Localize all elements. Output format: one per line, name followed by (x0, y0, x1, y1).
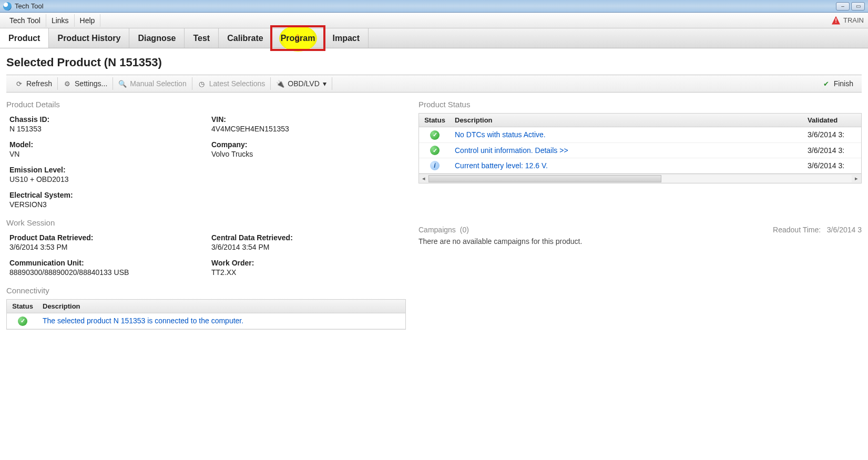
status-info-icon: i (430, 161, 440, 170)
emission-label: Emission Level: (9, 166, 201, 174)
finish-button[interactable]: ✔ Finish (817, 77, 859, 90)
readout-time-value: 3/6/2014 3 (827, 226, 862, 234)
work-order-value: TT2.XX (211, 268, 403, 277)
chassis-id-value: N 151353 (9, 125, 201, 133)
maximize-button[interactable]: ▭ (851, 2, 865, 11)
status-row-link[interactable]: No DTCs with status Active. (455, 130, 546, 139)
status-ok-icon: ✓ (18, 316, 27, 326)
vin-value: 4V4MC9EH4EN151353 (211, 125, 403, 133)
comm-unit-label: Communication Unit: (9, 259, 201, 267)
campaigns-message: There are no available campaigns for thi… (418, 237, 862, 246)
readout-time-label: Readout Time: (773, 226, 821, 234)
status-ok-icon: ✓ (430, 130, 440, 140)
menu-bar: Tech Tool Links Help TRAIN (0, 13, 868, 28)
gear-icon: ⚙ (63, 79, 72, 88)
tab-product[interactable]: Product (0, 28, 49, 48)
status-header-validated: Validated (803, 114, 861, 127)
tab-impact[interactable]: Impact (324, 28, 369, 48)
connectivity-description-link[interactable]: The selected product N 151353 is connect… (43, 316, 243, 325)
latest-selections-button[interactable]: ◷ Latest Selections (192, 77, 271, 90)
tab-calibrate[interactable]: Calibrate (219, 28, 272, 48)
alert-icon (832, 16, 840, 25)
settings-label: Settings... (75, 79, 107, 88)
status-row: ✓ No DTCs with status Active. 3/6/2014 3… (419, 127, 861, 143)
status-ok-icon: ✓ (430, 146, 440, 155)
main-tabbar: Product Product History Diagnose Test Ca… (0, 28, 868, 48)
menu-techtool[interactable]: Tech Tool (4, 14, 46, 27)
manual-selection-label: Manual Selection (130, 79, 186, 88)
clock-icon: ◷ (198, 79, 206, 88)
campaigns-count: (0) (460, 226, 469, 234)
scroll-thumb[interactable] (428, 175, 661, 182)
work-session-heading: Work Session (6, 218, 406, 227)
connectivity-header-status: Status (7, 300, 38, 313)
refresh-icon: ⟳ (15, 79, 23, 88)
toolbar: ⟳ Refresh ⚙ Settings... 🔍 Manual Selecti… (6, 75, 862, 93)
connectivity-table: Status Description ✓ The selected produc… (6, 299, 406, 330)
connectivity-heading: Connectivity (6, 286, 406, 295)
status-header-status: Status (419, 114, 451, 127)
menu-links[interactable]: Links (46, 14, 75, 27)
menu-help[interactable]: Help (75, 14, 101, 27)
electrical-label: Electrical System: (9, 191, 201, 199)
window-title: Tech Tool (15, 2, 44, 10)
check-icon: ✔ (822, 79, 831, 88)
scroll-track[interactable] (428, 175, 852, 182)
company-value: Volvo Trucks (211, 150, 403, 158)
scroll-left-icon[interactable]: ◂ (419, 175, 428, 182)
product-status-heading: Product Status (418, 100, 862, 109)
tab-diagnose[interactable]: Diagnose (129, 28, 185, 48)
status-row: ✓ Control unit information. Details >> 3… (419, 143, 861, 159)
central-data-retrieved-label: Central Data Retrieved: (211, 233, 403, 242)
refresh-button[interactable]: ⟳ Refresh (9, 77, 58, 90)
status-row-validated: 3/6/2014 3: (803, 144, 861, 157)
model-value: VN (9, 150, 201, 158)
campaigns-label: Campaigns (418, 226, 456, 234)
tab-program[interactable]: Program ✋ (272, 28, 324, 48)
status-row: i Current battery level: 12.6 V. 3/6/201… (419, 158, 861, 173)
settings-button[interactable]: ⚙ Settings... (58, 77, 113, 90)
obd-dropdown[interactable]: 🔌 OBD/LVD ▾ (271, 77, 332, 90)
vin-label: VIN: (211, 115, 403, 124)
finish-label: Finish (834, 79, 853, 88)
status-row-link[interactable]: Control unit information. Details >> (455, 146, 568, 155)
status-row-link[interactable]: Current battery level: 12.6 V. (455, 161, 548, 170)
user-status-text: TRAIN (843, 16, 864, 24)
connectivity-row: ✓ The selected product N 151353 is conne… (7, 313, 405, 329)
minimize-button[interactable]: – (836, 2, 850, 11)
product-details-heading: Product Details (6, 100, 406, 109)
product-data-retrieved-label: Product Data Retrieved: (9, 233, 201, 242)
connectivity-header-description: Description (38, 300, 405, 313)
status-row-validated: 3/6/2014 3: (803, 128, 861, 141)
page-title: Selected Product (N 151353) (0, 48, 868, 75)
company-label: Company: (211, 140, 403, 149)
plug-icon: 🔌 (276, 79, 284, 88)
scroll-right-icon[interactable]: ▸ (852, 175, 861, 182)
refresh-label: Refresh (26, 79, 52, 88)
model-label: Model: (9, 140, 201, 149)
status-row-validated: 3/6/2014 3: (803, 159, 861, 172)
manual-selection-button[interactable]: 🔍 Manual Selection (113, 77, 192, 90)
obd-label: OBD/LVD (288, 79, 319, 88)
chevron-down-icon: ▾ (323, 79, 326, 88)
electrical-value: VERSION3 (9, 200, 201, 209)
comm-unit-value: 88890300/88890020/88840133 USB (9, 268, 201, 277)
product-status-table: Status Description Validated ✓ No DTCs w… (418, 113, 862, 174)
product-data-retrieved-value: 3/6/2014 3:53 PM (9, 243, 201, 251)
work-order-label: Work Order: (211, 259, 403, 267)
app-icon (3, 2, 12, 11)
user-status: TRAIN (832, 16, 864, 25)
window-titlebar: Tech Tool – ▭ (0, 0, 868, 13)
tab-product-history[interactable]: Product History (49, 28, 129, 48)
central-data-retrieved-value: 3/6/2014 3:54 PM (211, 243, 403, 251)
emission-value: US10 + OBD2013 (9, 175, 201, 183)
search-icon: 🔍 (118, 79, 127, 88)
tab-program-label: Program (281, 34, 315, 43)
chassis-id-label: Chassis ID: (9, 115, 201, 124)
status-table-hscroll[interactable]: ◂ ▸ (418, 174, 862, 183)
status-header-description: Description (451, 114, 803, 127)
latest-selections-label: Latest Selections (209, 79, 265, 88)
tab-test[interactable]: Test (185, 28, 219, 48)
